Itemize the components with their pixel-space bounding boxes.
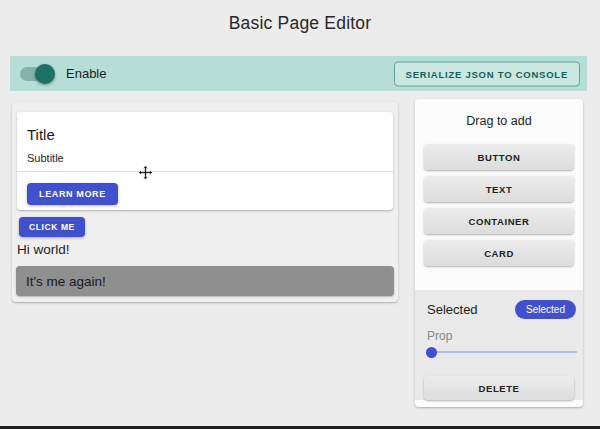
settings-panel: Selected Selected Prop DELETE xyxy=(415,290,583,400)
topbar: Enable SERIALIZE JSON TO CONSOLE xyxy=(10,56,587,91)
enable-label: Enable xyxy=(66,66,106,81)
click-me-button[interactable]: CLICK ME xyxy=(19,217,85,237)
prop-slider[interactable] xyxy=(427,346,577,358)
enable-toggle[interactable] xyxy=(20,64,54,84)
page: Basic Page Editor Enable SERIALIZE JSON … xyxy=(0,0,600,429)
hello-text[interactable]: Hi world! xyxy=(17,242,70,257)
gray-container[interactable]: It's me again! xyxy=(16,266,394,296)
delete-button[interactable]: DELETE xyxy=(424,376,574,400)
slider-thumb[interactable] xyxy=(426,347,437,358)
drag-card-button[interactable]: CARD xyxy=(424,240,574,266)
drag-container-button[interactable]: CONTAINER xyxy=(424,208,574,234)
selected-chip[interactable]: Selected xyxy=(515,300,576,319)
page-title: Basic Page Editor xyxy=(0,13,600,34)
slider-track[interactable] xyxy=(427,351,577,353)
drag-button-button[interactable]: BUTTON xyxy=(424,144,574,170)
sidebar-panel: Drag to add BUTTON TEXT CONTAINER CARD S… xyxy=(415,99,583,407)
learn-more-button[interactable]: LEARN MORE xyxy=(27,183,118,205)
selected-row: Selected Selected xyxy=(427,300,576,320)
toolbox-heading: Drag to add xyxy=(415,114,583,128)
serialize-json-button[interactable]: SERIALIZE JSON TO CONSOLE xyxy=(394,61,580,86)
card-title[interactable]: Title xyxy=(27,126,55,143)
card-divider xyxy=(17,171,393,172)
editor-canvas[interactable]: Title Subtitle LEARN MORE CLICK ME Hi wo… xyxy=(12,102,398,302)
container-text[interactable]: It's me again! xyxy=(26,274,106,289)
drag-text-button[interactable]: TEXT xyxy=(424,176,574,202)
card-subtitle[interactable]: Subtitle xyxy=(27,152,64,164)
canvas-card[interactable]: Title Subtitle LEARN MORE xyxy=(17,112,393,210)
toggle-thumb-icon xyxy=(35,64,55,84)
prop-label: Prop xyxy=(427,329,452,343)
selected-heading: Selected xyxy=(427,302,478,317)
